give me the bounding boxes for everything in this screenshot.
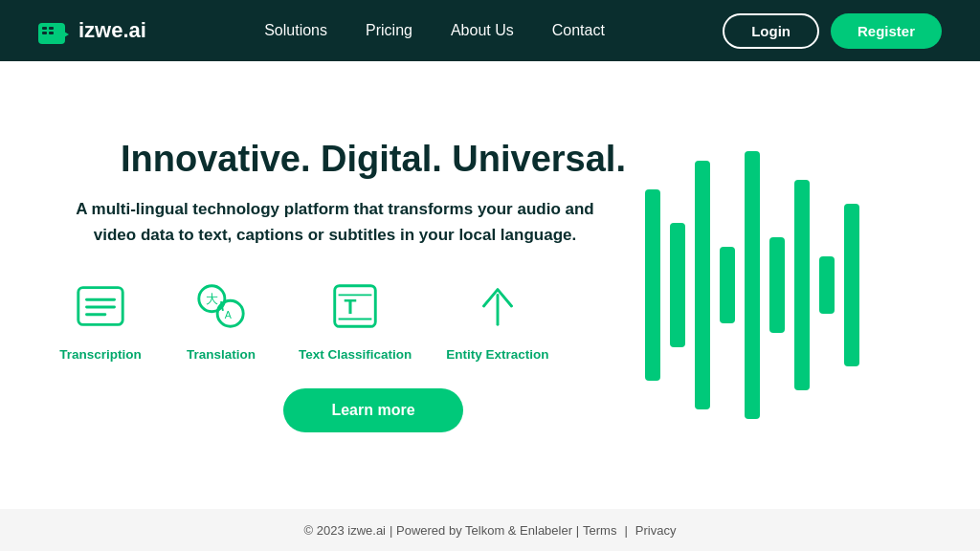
wave-bar-5 — [745, 151, 760, 419]
wave-bar-8 — [819, 256, 835, 314]
register-button[interactable]: Register — [831, 13, 942, 49]
svg-text:大: 大 — [206, 294, 218, 307]
hero-title: Innovative. Digital. Universal. — [57, 138, 689, 182]
wave-bar-7 — [794, 180, 810, 390]
svg-rect-3 — [42, 32, 47, 34]
text-classification-label: Text Classification — [299, 347, 412, 362]
footer-privacy[interactable]: Privacy — [635, 523, 677, 538]
features-list: Transcription 大 A Translation — [57, 275, 689, 362]
translation-icon: 大 A — [189, 275, 253, 338]
footer-terms[interactable]: Terms — [583, 523, 616, 538]
feature-translation: 大 A Translation — [178, 275, 264, 362]
footer-copyright: © 2023 izwe.ai — [304, 523, 386, 538]
learn-more-button[interactable]: Learn more — [283, 388, 462, 432]
transcription-icon — [69, 275, 132, 338]
logo-icon — [38, 15, 75, 46]
entity-extraction-icon — [466, 275, 529, 338]
svg-text:A: A — [225, 309, 233, 320]
nav-links: Solutions Pricing About Us Contact — [264, 22, 605, 39]
nav-contact[interactable]: Contact — [552, 22, 605, 38]
logo[interactable]: izwe.ai — [38, 15, 146, 46]
wave-bar-1 — [645, 189, 660, 381]
footer-powered-by: | Powered by Telkom & Enlabeler | — [390, 523, 579, 538]
sound-wave — [645, 142, 859, 429]
feature-text-classification: T Text Classification — [299, 275, 412, 362]
feature-entity-extraction: Entity Extraction — [446, 275, 548, 362]
svg-rect-4 — [49, 32, 54, 34]
footer: © 2023 izwe.ai | Powered by Telkom & Enl… — [0, 509, 980, 551]
nav-solutions[interactable]: Solutions — [264, 22, 327, 38]
transcription-label: Transcription — [59, 347, 142, 362]
translation-label: Translation — [187, 347, 256, 362]
hero-subtitle: A multi-lingual technology platform that… — [57, 196, 612, 248]
login-button[interactable]: Login — [723, 13, 819, 49]
nav-pricing[interactable]: Pricing — [366, 22, 412, 38]
navbar: izwe.ai Solutions Pricing About Us Conta… — [0, 0, 980, 61]
wave-bar-4 — [720, 247, 735, 323]
text-classification-icon: T — [323, 275, 387, 338]
svg-rect-1 — [42, 27, 47, 30]
nav-actions: Login Register — [723, 13, 942, 49]
hero-section: Innovative. Digital. Universal. A multi-… — [57, 138, 689, 433]
entity-extraction-label: Entity Extraction — [446, 347, 548, 362]
wave-bar-2 — [670, 223, 685, 347]
sound-wave-graphic — [645, 61, 951, 509]
svg-text:T: T — [345, 296, 357, 319]
feature-transcription: Transcription — [57, 275, 144, 362]
wave-bar-3 — [695, 161, 710, 409]
wave-bar-9 — [844, 204, 859, 366]
footer-sep: | — [624, 523, 627, 538]
svg-rect-2 — [49, 27, 54, 30]
nav-about[interactable]: About Us — [451, 22, 514, 38]
logo-text: izwe.ai — [78, 18, 146, 43]
wave-bar-6 — [769, 237, 785, 333]
main-content: Innovative. Digital. Universal. A multi-… — [0, 61, 980, 509]
